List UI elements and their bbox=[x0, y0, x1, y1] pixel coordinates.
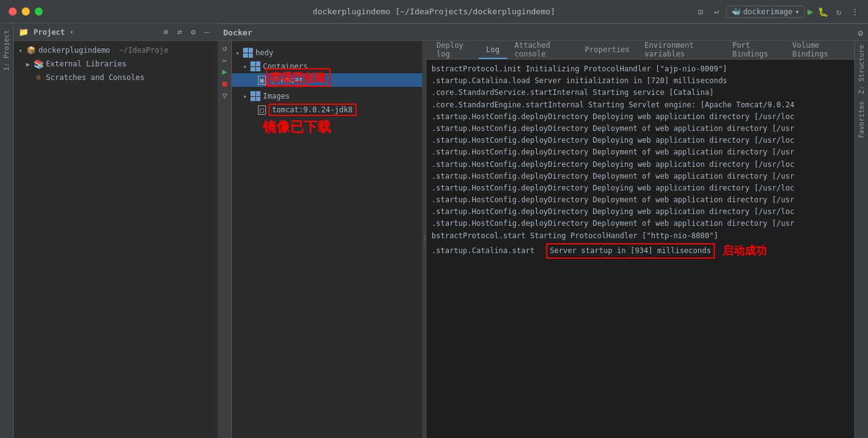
images-label: Images bbox=[263, 92, 290, 101]
containers-label: Containers bbox=[263, 62, 308, 71]
log-line: bstractProtocol.start Starting ProtocolH… bbox=[432, 230, 849, 242]
debug-icon[interactable]: 🐛 bbox=[816, 5, 830, 19]
docker-tree-toolbar: ↺ ✏ ▶ ■ ▽ bbox=[218, 41, 232, 438]
tree-item-external-libs[interactable]: ▶ 📚 External Libraries bbox=[14, 57, 218, 71]
log-line: .startup.HostConfig.deployDirectory Depl… bbox=[432, 182, 849, 194]
tomcat-image-icon: □ bbox=[258, 105, 266, 115]
tab-deploy-log[interactable]: Deploy log bbox=[429, 41, 479, 59]
run-config-icon: 🐳 bbox=[732, 7, 741, 16]
tree-label-scratches: Scratches and Consoles bbox=[46, 73, 144, 82]
log-line: .startup.HostConfig.deployDirectory Depl… bbox=[432, 123, 849, 135]
arrow-images: ▾ bbox=[243, 93, 250, 100]
annotation-startup-success: 启动成功 bbox=[722, 242, 767, 260]
annotation-image-downloaded: 镜像已下载 bbox=[263, 118, 331, 136]
tab-env-vars[interactable]: Environment variables bbox=[637, 41, 725, 59]
arrow-hedy: ▾ bbox=[236, 50, 243, 56]
tomcat-image-label: tomcat:9.0.24-jdk8 bbox=[268, 104, 356, 116]
layout-icon[interactable]: ⊡ bbox=[694, 5, 707, 19]
log-line: .startup.HostConfig.deployDirectory Depl… bbox=[432, 159, 849, 171]
project-tab-label[interactable]: 1: Project bbox=[2, 26, 11, 74]
log-line: .startup.HostConfig.deployDirectory Depl… bbox=[432, 218, 849, 230]
docker-item-tomcat-image[interactable]: ▶ □ tomcat:9.0.24-jdk8 bbox=[232, 103, 422, 117]
hedy-label: hedy bbox=[255, 48, 273, 57]
left-panel-strip: 1: Project bbox=[0, 24, 14, 438]
docker-settings-icon[interactable]: ⚙ bbox=[858, 28, 863, 38]
docker-item-images[interactable]: ▾ Images bbox=[232, 89, 422, 103]
favorites-tab-label[interactable]: Favorites bbox=[857, 97, 866, 142]
project-tree: ▾ 📦 dockerplugindemo ~/IdeaProje ▶ 📚 Ext… bbox=[14, 41, 218, 438]
run-config-label: dockerimage bbox=[743, 7, 792, 16]
toolbar-actions: ⊡ ↩ 🐳 dockerimage ▾ ▶ 🐛 ↻ ⋮ bbox=[694, 5, 862, 19]
images-icon bbox=[250, 91, 260, 101]
docker-item-tomcat[interactable]: ▶ ▣ /tomcat bbox=[232, 73, 422, 87]
more-icon[interactable]: ⋮ bbox=[848, 5, 862, 19]
minimize-button[interactable] bbox=[22, 7, 30, 16]
containers-icon bbox=[250, 61, 260, 71]
library-icon: 📚 bbox=[33, 59, 43, 69]
tab-port-bindings[interactable]: Port Bindings bbox=[725, 41, 785, 59]
log-content[interactable]: bstractProtocol.init Initializing Protoc… bbox=[427, 60, 854, 438]
refresh-icon[interactable]: ↺ bbox=[223, 43, 228, 53]
log-tabs: Deploy log Log Attached console Properti… bbox=[427, 41, 854, 60]
docker-tree-content: 容器已创建 镜像已下载 ▾ hedy ▾ bbox=[232, 43, 422, 119]
log-line: bstractProtocol.init Initializing Protoc… bbox=[432, 63, 849, 75]
run-config-selector[interactable]: 🐳 dockerimage ▾ bbox=[726, 6, 805, 18]
tree-label-root: dockerplugindemo ~/IdeaProje bbox=[38, 46, 169, 55]
back-icon[interactable]: ↩ bbox=[710, 5, 724, 19]
project-folder-icon: 📁 bbox=[19, 27, 29, 37]
tree-item-root[interactable]: ▾ 📦 dockerplugindemo ~/IdeaProje bbox=[14, 43, 218, 57]
window-title: dockerplugindemo [~/IdeaProjects/dockerp… bbox=[312, 7, 555, 16]
log-line: .core.StandardService.startInternal Star… bbox=[432, 87, 849, 99]
expand-icon[interactable]: ⇄ bbox=[174, 27, 185, 37]
hide-icon[interactable]: — bbox=[202, 27, 213, 37]
log-line: .startup.HostConfig.deployDirectory Depl… bbox=[432, 111, 849, 123]
log-line: .startup.HostConfig.deployDirectory Depl… bbox=[432, 206, 849, 218]
log-line: .startup.HostConfig.deployDirectory Depl… bbox=[432, 146, 849, 158]
tab-log[interactable]: Log bbox=[479, 41, 507, 59]
docker-header-right: ⚙ bbox=[858, 27, 863, 38]
tab-attached-console[interactable]: Attached console bbox=[507, 41, 578, 59]
close-button[interactable] bbox=[9, 7, 17, 16]
run-config-dropdown-icon: ▾ bbox=[795, 7, 799, 16]
run-button[interactable]: ▶ bbox=[807, 6, 813, 17]
docker-item-hedy[interactable]: ▾ hedy bbox=[232, 46, 422, 60]
startup-success-box: Server startup in [934] milliseconds bbox=[546, 243, 715, 259]
hedy-icon bbox=[243, 48, 253, 58]
log-line: .core.StandardEngine.startInternal Start… bbox=[432, 99, 849, 111]
tomcat-icon: ▣ bbox=[258, 76, 266, 85]
sidebar-title: Project bbox=[33, 28, 65, 37]
docker-tree-panel: ↺ ✏ ▶ ■ ▽ 容器已创建 镜像已下载 ▾ bbox=[218, 41, 423, 438]
maximize-button[interactable] bbox=[35, 7, 43, 16]
window-controls bbox=[9, 7, 43, 16]
docker-item-containers[interactable]: ▾ Containers bbox=[232, 60, 422, 73]
arrow-expanded: ▾ bbox=[19, 47, 26, 54]
arrow-containers: ▾ bbox=[243, 63, 250, 70]
docker-section-header: Docker ⚙ bbox=[218, 24, 868, 41]
settings-icon[interactable]: ⚙ bbox=[188, 27, 199, 37]
content-area: Docker ⚙ ↺ ✏ ▶ ■ ▽ 容器已创建 bbox=[218, 24, 868, 438]
project-sidebar: 📁 Project ▾ ⊕ ⇄ ⚙ — ▾ 📦 dockerplugindemo… bbox=[14, 24, 218, 438]
tree-item-scratches[interactable]: ▶ ⊙ Scratches and Consoles bbox=[14, 71, 218, 84]
structure-tab-label[interactable]: Z: Structure bbox=[857, 41, 866, 97]
tab-properties[interactable]: Properties bbox=[577, 41, 637, 59]
log-line: .startup.HostConfig.deployDirectory Depl… bbox=[432, 171, 849, 182]
arrow-collapsed: ▶ bbox=[26, 61, 33, 68]
log-line: .startup.Catalina.load Server initializa… bbox=[432, 75, 849, 87]
sidebar-dropdown-icon[interactable]: ▾ bbox=[70, 29, 74, 35]
project-icon: 📦 bbox=[26, 45, 36, 55]
tab-volume-bindings[interactable]: Volume Bindings bbox=[785, 41, 852, 59]
log-line: .startup.HostConfig.deployDirectory Depl… bbox=[432, 135, 849, 146]
scratches-icon: ⊙ bbox=[33, 73, 43, 83]
reload-icon[interactable]: ↻ bbox=[832, 5, 846, 19]
tree-label-external-libs: External Libraries bbox=[46, 60, 126, 68]
sidebar-toolbar: 📁 Project ▾ ⊕ ⇄ ⚙ — bbox=[14, 24, 218, 41]
right-side-strip: Z: Structure Favorites bbox=[854, 41, 868, 438]
resize-dots bbox=[424, 236, 425, 243]
docker-body: ↺ ✏ ▶ ■ ▽ 容器已创建 镜像已下载 ▾ bbox=[218, 41, 868, 438]
filter-icon[interactable]: ▽ bbox=[223, 91, 228, 100]
add-icon[interactable]: ⊕ bbox=[161, 27, 172, 37]
edit-icon[interactable]: ✏ bbox=[223, 55, 228, 65]
play-icon[interactable]: ▶ bbox=[223, 67, 228, 76]
docker-title: Docker bbox=[223, 28, 252, 37]
stop-icon[interactable]: ■ bbox=[223, 79, 228, 88]
